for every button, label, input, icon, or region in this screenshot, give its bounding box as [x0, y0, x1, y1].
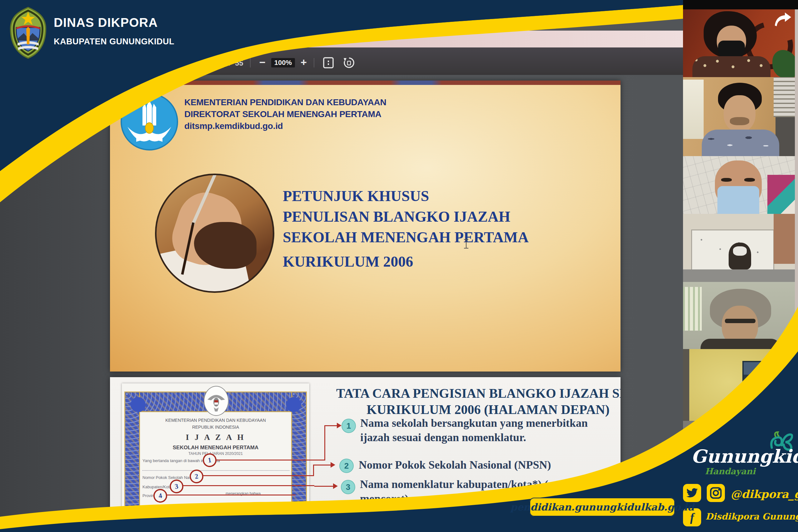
twitter-icon[interactable] — [683, 484, 701, 502]
background-desk — [683, 421, 798, 431]
pdf-toolbar: 12 / 55 − 100% + — [0, 48, 683, 75]
background-plant — [773, 50, 798, 77]
gunungkidul-wordmark: Gunungkidul — [691, 446, 798, 467]
participant-glasses — [725, 319, 756, 323]
participant-video-2[interactable] — [683, 77, 798, 156]
slide1-ministry-line3: ditsmp.kemdikbud.go.id — [184, 121, 283, 131]
garuda-emblem-icon — [204, 386, 229, 416]
toolbar-divider — [250, 58, 251, 68]
participant-video-5[interactable] — [683, 282, 798, 349]
background-door — [774, 214, 798, 264]
facebook-name: Disdikpora Gunungkidul — [706, 511, 798, 522]
red-connector — [324, 425, 337, 426]
cert-rule — [143, 470, 289, 471]
cert-border-right — [291, 392, 307, 532]
participant-eye — [721, 178, 732, 182]
cert-year: TAHUN PELAJARAN 2020/2021 — [131, 452, 300, 456]
share-arrow-icon[interactable] — [773, 12, 792, 27]
zoom-out-button[interactable]: − — [256, 57, 269, 67]
writing-hand-photo — [155, 174, 274, 293]
red-arrow-icon — [337, 423, 342, 428]
item-3-number: 3 — [341, 480, 355, 494]
fit-page-icon[interactable] — [323, 57, 335, 69]
red-connector — [164, 495, 295, 495]
cert-subtitle: SEKOLAH MENENGAH PERTAMA — [131, 444, 300, 451]
slide1-title-line3: SEKOLAH MENENGAH PERTAMA — [283, 229, 529, 246]
participant-body — [701, 339, 780, 349]
gunungkidul-tagline: Handayani — [705, 467, 756, 476]
background-bookshelf — [774, 77, 798, 117]
scrollbar-edge-strip[interactable] — [795, 10, 798, 384]
cert-corner-circle — [131, 397, 146, 412]
red-arrow-icon — [333, 483, 338, 489]
item-1-line1: Nama sekolah bersangkutan yang menerbitk… — [360, 417, 588, 430]
text-cursor — [464, 239, 468, 248]
red-connector — [314, 486, 333, 487]
item-3-line1: Nama nomenklatur kabupaten/kota*) ( — [360, 478, 548, 491]
participant-face — [724, 95, 756, 132]
slide1-title-line4: KURIKULUM 2006 — [283, 253, 413, 270]
cert-title: I J A Z A H — [131, 433, 300, 442]
cert-header2: REPUBLIK INDONESIA — [131, 424, 300, 430]
participant-video-6[interactable] — [683, 349, 798, 431]
item-2-line1: Nomor Pokok Sekolah Nasional (NPSN) — [359, 458, 551, 471]
item-3-line2: mencoret) m — [360, 492, 420, 505]
red-connector — [181, 485, 314, 486]
red-connector — [214, 460, 324, 460]
pdf-viewer-background: 12 / 55 − 100% + — [0, 0, 683, 532]
zoom-in-button[interactable]: + — [297, 57, 310, 67]
page-number-input[interactable]: 12 — [210, 58, 225, 68]
participant-video-1[interactable] — [683, 10, 798, 77]
background-edge — [683, 349, 689, 431]
item-1-number: 1 — [342, 419, 356, 433]
participant-video-3[interactable] — [683, 156, 798, 214]
participant-batik-shirt — [702, 130, 779, 156]
slide2-title-line2: KURIKULUM 2006 (HALAMAN DEPAN) — [332, 402, 620, 417]
slide1-ministry-line1: KEMENTERIAN PENDIDIKAN DAN KEBUDAYAAN — [184, 97, 386, 108]
brand-title: DINAS DIKPORA — [54, 16, 158, 30]
monitor-sky — [744, 362, 797, 375]
slide1-title-line2: PENULISAN BLANGKO IJAZAH — [283, 208, 510, 225]
slide1-ministry-line2: DIREKTORAT SEKOLAH MENENGAH PERTAMA — [184, 109, 381, 119]
participant-video-4[interactable] — [683, 214, 798, 282]
item-1-line2: ijazah sesuai dengan nomenklatur. — [360, 431, 526, 444]
participant-batik-shirt — [692, 56, 770, 77]
slide-page-12: KEMENTERIAN PENDIDIKAN DAN KEBUDAYAAN DI… — [110, 80, 620, 372]
cert-field3: Kabupaten/Kota — [143, 484, 171, 489]
face-mask — [733, 246, 747, 256]
instagram-icon[interactable] — [707, 484, 725, 502]
slide2-title-line1: TATA CARA PENGISIAN BLANGKO IJAZAH SMP — [332, 386, 620, 401]
kemdikbud-logo-icon — [121, 93, 178, 151]
participant-face — [771, 393, 788, 415]
red-connector — [313, 464, 330, 466]
background-desk — [683, 269, 798, 282]
website-banner: pendidikan.gunungkidulkab.go.id — [530, 498, 675, 516]
toolbar-divider — [314, 58, 314, 68]
slide-top-strip — [110, 80, 620, 85]
participant-mouth-area — [730, 117, 749, 125]
background-window — [683, 80, 704, 139]
video-column-top-strip — [683, 0, 798, 10]
brand-subtitle: KABUPATEN GUNUNGKIDUL — [54, 37, 174, 46]
red-arrow-icon — [330, 462, 335, 468]
participant-eye — [744, 178, 755, 182]
screenshot-stage: 12 / 55 − 100% + — [0, 0, 798, 532]
page-separator: / — [229, 59, 231, 68]
face-mask — [718, 186, 759, 214]
gunungkidul-crest-icon — [9, 7, 48, 59]
background-fabric — [767, 175, 798, 214]
rotate-icon[interactable] — [342, 56, 356, 69]
background-window — [683, 287, 702, 330]
slide1-title-line1: PETUNJUK KHUSUS — [283, 187, 429, 205]
cert-border-left — [124, 392, 140, 532]
website-url: pendidikan.gunungkidulkab.go.id — [510, 501, 694, 513]
cert-corner-circle — [286, 397, 301, 412]
item-2-number: 2 — [339, 459, 354, 473]
zoom-level-input[interactable]: 100% — [271, 58, 295, 68]
social-handle: @dikpora_gk — [730, 488, 798, 500]
red-connector — [201, 475, 313, 476]
red-connector — [313, 464, 314, 476]
red-connector — [324, 425, 325, 460]
page-total: 55 — [235, 59, 243, 68]
cert-header1: KEMENTERIAN PENDIDIKAN DAN KEBUDAYAAN — [131, 418, 300, 423]
